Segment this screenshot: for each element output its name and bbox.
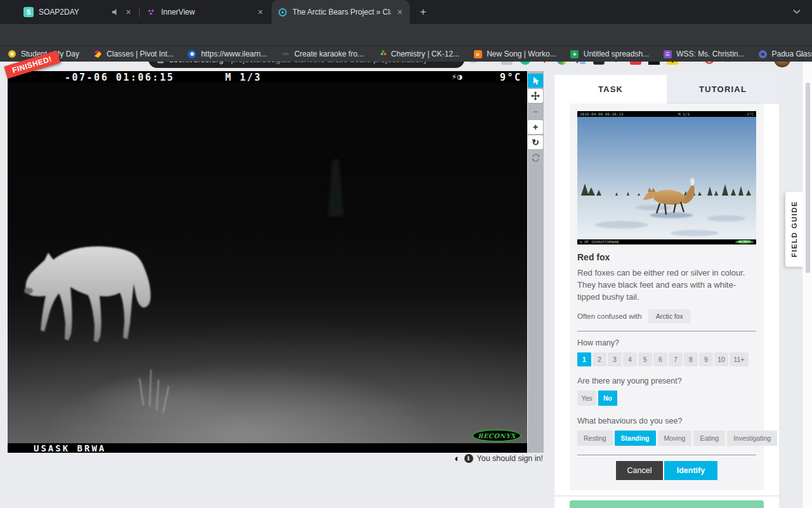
ck12-favicon: [377, 50, 386, 58]
signin-message: You should sign in!: [477, 454, 543, 463]
wolf-silhouette: [24, 246, 150, 342]
soap2day-favicon: S: [23, 7, 34, 17]
bookmark-item[interactable]: Padua Class of 20...: [758, 50, 812, 58]
tab-title: The Arctic Bears Project » Clas: [292, 8, 391, 17]
behaviour-options: Resting Standing Moving Eating Investiga…: [577, 431, 756, 446]
tab-task[interactable]: TASK: [554, 75, 667, 104]
tab-divider: [139, 7, 140, 17]
confused-label: Often confused with: [577, 312, 642, 320]
summary-card-top: [554, 497, 779, 508]
count-option-2[interactable]: 2: [593, 352, 606, 366]
bookmarks-overflow-chevron[interactable]: »: [799, 50, 803, 59]
confused-row: Often confused with Arctic fox: [577, 309, 756, 323]
count-option-6[interactable]: 6: [653, 352, 667, 366]
osd-timestamp: -07-06 01:06:15: [65, 72, 174, 83]
orange-play-favicon: »: [473, 50, 482, 58]
task-content: 2010-04-09 09:36:13 M 2/3 -1°C U OF SASK…: [570, 104, 764, 490]
osd-temperature: 9°C: [500, 72, 522, 83]
reference-osd-top: 2010-04-09 09:36:13 M 2/3 -1°C: [577, 111, 756, 117]
count-option-7[interactable]: 7: [669, 352, 683, 366]
browser-toolbar: ← → ↻ zooniverse.org/projects/douglas-cl…: [0, 24, 812, 46]
bookmark-item[interactable]: Classes | Pivot Int...: [93, 50, 174, 58]
pan-tool-button[interactable]: [528, 89, 543, 103]
bookmark-item[interactable]: + Untitled spreadsh...: [570, 50, 649, 58]
count-option-8[interactable]: 8: [684, 352, 698, 366]
scrollbar-thumb[interactable]: [806, 83, 810, 273]
young-option-no[interactable]: No: [598, 391, 617, 406]
field-guide-tab[interactable]: FIELD GUIDE: [785, 192, 803, 267]
behaviour-resting[interactable]: Resting: [577, 431, 613, 446]
reconyx-logo: RECONYX: [472, 429, 521, 442]
tree-silhouette: [328, 159, 344, 217]
count-option-1[interactable]: 1: [577, 352, 591, 366]
field-guide-label: FIELD GUIDE: [790, 201, 798, 257]
count-option-11plus[interactable]: 11+: [730, 352, 749, 366]
reset-view-button[interactable]: [528, 150, 543, 164]
tab-tutorial[interactable]: TUTORIAL: [667, 75, 779, 104]
species-name: Red fox: [577, 252, 756, 262]
new-tab-button[interactable]: +: [416, 6, 430, 20]
close-tab-icon[interactable]: ✕: [124, 8, 133, 17]
divider: [577, 455, 756, 455]
camera-osd-top: -07-06 01:06:15 M 1/3 ⚡◑ 9°C: [8, 71, 527, 83]
info-icon[interactable]: i: [464, 454, 473, 463]
close-tab-icon[interactable]: ✕: [256, 8, 265, 17]
night-scene-graphic: [8, 83, 527, 443]
bookmark-item[interactable]: Create karaoke fro...: [281, 50, 363, 58]
identify-button[interactable]: Identify: [664, 461, 717, 480]
count-option-3[interactable]: 3: [608, 352, 622, 366]
close-tab-icon[interactable]: ✕: [396, 8, 404, 17]
count-option-5[interactable]: 5: [638, 352, 652, 366]
count-option-10[interactable]: 10: [714, 352, 728, 366]
tab-strip: S SOAP2DAY ✕ InnerView ✕ The Arctic Bear…: [0, 0, 812, 24]
question-how-many: How many?: [577, 338, 756, 347]
tab-search-chevron-icon[interactable]: [793, 10, 801, 14]
wss-favicon: ☰: [663, 50, 672, 58]
tab-innerview[interactable]: InnerView ✕: [140, 0, 270, 24]
pointer-tool-button[interactable]: [528, 74, 543, 88]
image-tool-strip: − + ↻: [528, 71, 544, 453]
grass-tufts: [140, 370, 169, 413]
zoom-in-button[interactable]: +: [528, 120, 543, 134]
signin-row: ◐ i You should sign in!: [454, 453, 543, 464]
flash-moon-icon: ⚡◑: [452, 72, 463, 81]
cancel-button[interactable]: Cancel: [616, 461, 663, 480]
action-buttons: Cancel Identify: [577, 461, 756, 480]
audio-muted-icon[interactable]: [112, 8, 119, 16]
tab-title: InnerView: [161, 8, 251, 17]
question-young: Are there any young present?: [577, 377, 756, 385]
count-option-4[interactable]: 4: [623, 352, 637, 366]
reconyx-logo-small: RECONYX: [735, 240, 754, 244]
panel-tabs: TASK TUTORIAL: [554, 75, 779, 104]
young-option-yes[interactable]: Yes: [577, 391, 596, 406]
behaviour-eating[interactable]: Eating: [693, 431, 725, 446]
zooniverse-favicon: [277, 7, 287, 17]
contrast-toggle-icon[interactable]: ◐: [454, 453, 460, 464]
behaviour-moving[interactable]: Moving: [658, 431, 692, 446]
tab-title: SOAP2DAY: [39, 8, 107, 17]
bookmark-item[interactable]: ☰ WSS: Ms. Christin...: [663, 50, 744, 58]
rotate-button[interactable]: ↻: [528, 135, 543, 149]
task-panel: TASK TUTORIAL: [554, 75, 779, 495]
bookmark-item[interactable]: » New Song | Worko...: [473, 50, 556, 58]
count-options: 1 2 3 4 5 6 7 8 9 10 11+: [577, 352, 756, 366]
count-option-9[interactable]: 9: [699, 352, 713, 366]
zoom-out-button[interactable]: −: [528, 105, 543, 119]
behaviour-investigating[interactable]: Investigating: [727, 431, 777, 446]
confused-species-chip[interactable]: Arctic fox: [648, 309, 691, 323]
tab-soap2day[interactable]: S SOAP2DAY ✕: [18, 0, 138, 24]
yellow-circle-favicon: [8, 50, 16, 58]
behaviour-standing[interactable]: Standing: [615, 431, 656, 446]
subject-image[interactable]: -07-06 01:06:15 M 1/3 ⚡◑ 9°C: [8, 71, 527, 453]
camera-scene[interactable]: RECONYX: [8, 83, 527, 443]
bookmarks-bar: Student : My Day Classes | Pivot Int... …: [0, 46, 812, 62]
faint-favicon: [281, 50, 290, 58]
tab-arctic-bears-active[interactable]: The Arctic Bears Project » Clas ✕: [272, 0, 410, 24]
species-description: Red foxes can be either red or silver in…: [577, 267, 756, 303]
camera-osd-bottom: USASK BRWA: [8, 443, 527, 453]
padua-q-favicon: [758, 50, 767, 58]
osd-site-code: USASK BRWA: [34, 443, 106, 453]
bookmark-item[interactable]: https://www.ilearn...: [188, 50, 267, 58]
reference-image: 2010-04-09 09:36:13 M 2/3 -1°C U OF SASK…: [577, 111, 756, 244]
bookmark-item[interactable]: Chemistry | CK-12...: [377, 50, 459, 58]
